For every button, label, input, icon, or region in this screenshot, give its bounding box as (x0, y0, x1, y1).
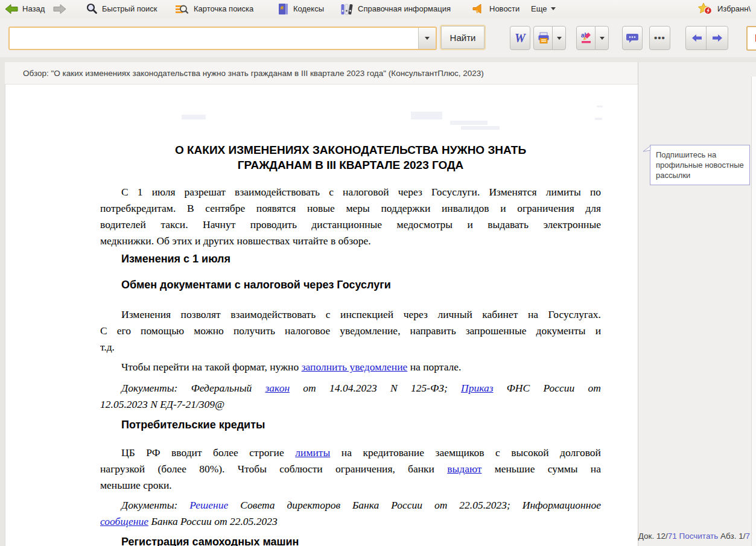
binders-icon (340, 3, 354, 15)
favorites-button[interactable]: Избранн\ (697, 0, 751, 17)
chevron-down-icon (600, 37, 605, 40)
codes-label: Кодексы (293, 4, 324, 13)
render-artifact (461, 126, 500, 130)
favorites-star-icon (697, 2, 713, 16)
doc-link[interactable]: сообщение (100, 515, 148, 527)
reference-info-button[interactable]: Справочная информация (340, 0, 451, 17)
collapsed-panel-strip[interactable] (751, 77, 756, 546)
search-history-dropdown-button[interactable] (418, 28, 436, 49)
tooltip-tail (643, 145, 651, 154)
doc-text: меньшие суммы на (481, 463, 601, 475)
subscribe-tooltip[interactable]: Подпишитесь на профильные новостные расс… (650, 145, 750, 185)
render-artifact (597, 106, 603, 107)
clipped-edge-field[interactable] (746, 26, 756, 51)
search-toolbar: Найти W ab ••• (0, 17, 756, 57)
main-toolbar: Назад Быстрый поиск Карточка поиска Коде… (0, 0, 756, 18)
search-card-label: Карточка поиска (194, 4, 253, 13)
word-icon: W (515, 31, 526, 45)
prev-fragment-button[interactable] (685, 26, 708, 50)
find-button[interactable]: Найти (441, 26, 484, 49)
doc-text: 12.05.2023 N ЕД-7-21/309@ (100, 398, 224, 410)
codes-book-icon (278, 3, 289, 15)
highlighter-icon: ab (579, 31, 594, 45)
paragraph-intro: С 1 июля разрешат взаимодействовать с на… (100, 184, 601, 249)
doc-link[interactable]: лимиты (295, 446, 330, 459)
doc-text: медкнижки. Об этих и других новшествах ч… (100, 235, 371, 247)
export-word-button[interactable]: W (510, 26, 530, 50)
document-header-bar: Обзор: "О каких изменениях законодательс… (5, 62, 638, 84)
search-card-button[interactable]: Карточка поиска (175, 0, 253, 17)
quick-search-button[interactable]: Быстрый поиск (86, 0, 157, 17)
doc-text: С его помощью можно получить налоговое у… (100, 325, 601, 337)
search-card-icon (175, 3, 189, 15)
back-arrow-icon (5, 4, 18, 14)
ellipsis-icon: ••• (654, 35, 665, 41)
doc-text: нагрузкой (более 80%). Чтобы соблюсти ог… (100, 463, 447, 475)
heading-machine-registration: Регистрация самоходных машин (121, 536, 601, 546)
render-artifact (595, 118, 602, 120)
doc-text: потребкредитам. В сентябре появятся новы… (100, 202, 601, 214)
more-label: Еще (531, 4, 547, 13)
paragraph-notification: Чтобы перейти на такой формат, нужно зап… (100, 359, 601, 375)
doc-text: Банка России от 22.05.2023 (148, 515, 278, 527)
consultantplus-window: Назад Быстрый поиск Карточка поиска Коде… (0, 0, 756, 546)
news-label: Новости (489, 4, 519, 13)
doc-text: ЦБ РФ вводит более строгие (121, 446, 295, 459)
doc-text: С 1 июля разрешат взаимодействовать с на… (121, 186, 601, 198)
doc-link[interactable]: Решение (189, 499, 228, 511)
megaphone-icon (472, 3, 485, 15)
document-title: О КАКИХ ИЗМЕНЕНИЯХ ЗАКОНОДАТЕЛЬСТВА НУЖН… (100, 142, 601, 173)
search-icon (86, 3, 98, 15)
paragraph-credit: ЦБ РФ вводит более строгие лимиты на кре… (100, 445, 601, 494)
document-title-line2: ГРАЖДАНАМ В III КВАРТАЛЕ 2023 ГОДА (100, 157, 601, 173)
doc-text: меньшие сроки. (100, 479, 172, 491)
paragraph-documents-1: Документы: Федеральный закон от 14.04.20… (100, 380, 601, 413)
news-button[interactable]: Новости (472, 0, 519, 17)
document-content: О КАКИХ ИЗМЕНЕНИЯХ ЗАКОНОДАТЕЛЬСТВА НУЖН… (100, 84, 601, 546)
bookmark-highlight-button[interactable]: ab (576, 26, 597, 50)
reference-info-label: Справочная информация (358, 4, 451, 13)
doc-link[interactable]: Приказ (461, 382, 493, 394)
heading-consumer-credit: Потребительские кредиты (121, 419, 601, 431)
print-button[interactable] (533, 26, 554, 50)
next-fragment-button[interactable] (706, 26, 728, 50)
print-options-dropdown[interactable] (552, 26, 566, 50)
more-actions-button[interactable]: ••• (649, 26, 670, 50)
doc-text: Совета директоров Банка России от 22.05.… (228, 499, 601, 511)
render-artifact (450, 121, 488, 125)
workspace: Обзор: "О каких изменениях законодательс… (0, 57, 756, 546)
doc-link[interactable]: заполнить уведомление (302, 361, 408, 373)
paragraph-tax-exchange: Изменения позволят взаимодействовать с и… (100, 306, 601, 355)
doc-text: т.д. (100, 341, 115, 353)
forward-arrow-icon (53, 4, 66, 14)
document-page: О КАКИХ ИЗМЕНЕНИЯХ ЗАКОНОДАТЕЛЬСТВА НУЖН… (5, 84, 638, 546)
arrow-left-icon (691, 34, 702, 42)
forward-button[interactable] (53, 0, 66, 17)
highlight-options-dropdown[interactable] (595, 26, 609, 50)
doc-link[interactable]: закон (265, 382, 290, 394)
heading-tax-exchange: Обмен документами с налоговой через Госу… (121, 279, 601, 291)
subscribe-tooltip-text: Подпишитесь на профильные новостные расс… (656, 150, 744, 180)
arrow-right-icon (712, 34, 723, 42)
heading-july-changes: Изменения с 1 июля (121, 253, 601, 265)
quick-search-label: Быстрый поиск (102, 4, 157, 13)
doc-counter-total[interactable]: 71 (668, 532, 677, 541)
back-button[interactable]: Назад (5, 0, 45, 17)
status-bar: Док. 12/71 Посчитать Абз. 1/7 (638, 532, 750, 541)
codes-button[interactable]: Кодексы (278, 0, 324, 17)
doc-counter-label: Док. 12/ (638, 532, 668, 541)
chevron-down-icon (551, 7, 556, 10)
paragraph-counter-total[interactable]: 7 (745, 532, 750, 541)
search-input[interactable] (10, 28, 418, 49)
chevron-down-icon (557, 37, 562, 40)
chevron-down-icon (425, 37, 430, 40)
doc-link[interactable]: выдают (447, 463, 481, 475)
doc-text: Документы: Федеральный (121, 382, 265, 394)
count-link[interactable]: Посчитать (679, 532, 718, 541)
doc-text: на кредитование заемщиков с высокой долг… (330, 446, 601, 459)
doc-text: на портале. (407, 361, 461, 373)
document-header-title: Обзор: "О каких изменениях законодательс… (23, 69, 484, 78)
comment-button[interactable] (622, 26, 643, 50)
more-menu-button[interactable]: Еще (531, 0, 556, 17)
comment-bubble-icon (626, 32, 639, 44)
